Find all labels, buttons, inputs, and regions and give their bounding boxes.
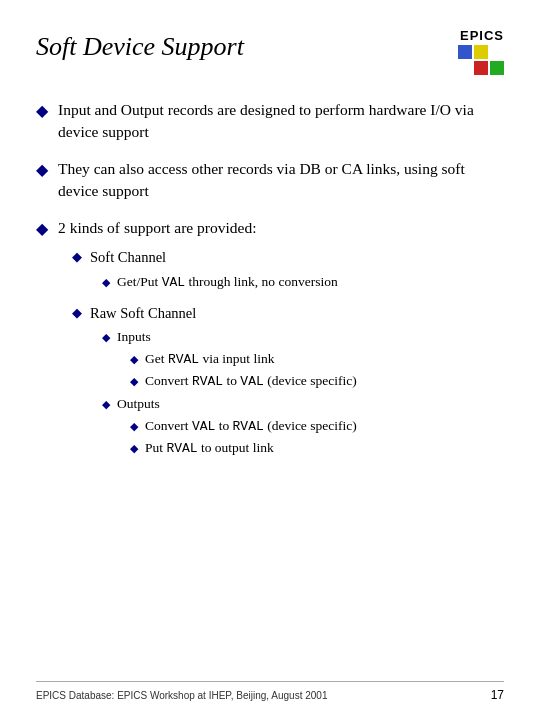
inputs-sub-bullet-2: ◆ Convert RVAL to VAL (device specific) — [130, 372, 504, 391]
sub-sub-diamond-outputs: ◆ — [102, 398, 110, 411]
header: Soft Device Support EPICS — [36, 28, 504, 75]
raw-soft-channel-bullet: ◆ Raw Soft Channel — [72, 303, 504, 323]
soft-channel-bullet: ◆ Soft Channel — [72, 247, 504, 267]
diamond-icon-1: ◆ — [36, 101, 48, 120]
slide: Soft Device Support EPICS ◆ Input and Ou… — [0, 0, 540, 720]
sub-diamond-icon-2: ◆ — [72, 305, 82, 321]
sub-diamond-icon-1: ◆ — [72, 249, 82, 265]
inputs-sub-items: ◆ Get RVAL via input link ◆ Convert RVAL… — [130, 350, 504, 391]
soft-channel-sub: ◆ Get/Put VAL through link, no conversio… — [102, 273, 504, 292]
rval-mono-3: RVAL — [233, 419, 264, 434]
epics-cell-red — [474, 61, 488, 75]
outputs-sub-items: ◆ Convert VAL to RVAL (device specific) … — [130, 417, 504, 458]
soft-channel-getput-text: Get/Put VAL through link, no conversion — [117, 273, 338, 292]
footer-page-number: 17 — [491, 688, 504, 702]
slide-title: Soft Device Support — [36, 28, 244, 62]
outputs-label: Outputs — [117, 395, 160, 414]
outputs-sub-bullet-1: ◆ Convert VAL to RVAL (device specific) — [130, 417, 504, 436]
sub-sub-diamond-inputs: ◆ — [102, 331, 110, 344]
main-content: ◆ Input and Output records are designed … — [36, 99, 504, 681]
rval-mono-2: RVAL — [192, 374, 223, 389]
epics-cell-empty1 — [490, 45, 504, 59]
bullet-text-3: 2 kinds of support are provided: — [58, 217, 256, 239]
epics-cell-empty2 — [458, 61, 472, 75]
epics-cell-blue1 — [458, 45, 472, 59]
main-bullet-3: ◆ 2 kinds of support are provided: — [36, 217, 504, 239]
diamond-icon-2: ◆ — [36, 160, 48, 179]
sub-sub-diamond-icon-1: ◆ — [102, 276, 110, 289]
rval-mono-4: RVAL — [166, 441, 197, 456]
diamond-icon-3: ◆ — [36, 219, 48, 238]
outputs-bullet: ◆ Outputs — [102, 395, 504, 414]
val-mono-1: VAL — [162, 275, 185, 290]
inputs-sub-bullet-1: ◆ Get RVAL via input link — [130, 350, 504, 369]
main-bullet-2: ◆ They can also access other records via… — [36, 158, 504, 203]
footer: EPICS Database: EPICS Workshop at IHEP, … — [36, 681, 504, 702]
raw-soft-channel-section: ◆ Raw Soft Channel ◆ Inputs ◆ Get RVAL v… — [72, 303, 504, 462]
val-mono-3: VAL — [192, 419, 215, 434]
bullet-text-1: Input and Output records are designed to… — [58, 99, 504, 144]
put-rval-text: Put RVAL to output link — [145, 439, 274, 458]
sub-sub-diamond-rval1: ◆ — [130, 353, 138, 366]
val-mono-2: VAL — [240, 374, 263, 389]
main-bullet-1: ◆ Input and Output records are designed … — [36, 99, 504, 144]
outputs-sub-bullet-2: ◆ Put RVAL to output link — [130, 439, 504, 458]
sub-sub-diamond-rval-out: ◆ — [130, 442, 138, 455]
epics-cell-yellow — [474, 45, 488, 59]
bullet-text-2: They can also access other records via D… — [58, 158, 504, 203]
soft-channel-label: Soft Channel — [90, 247, 166, 267]
epics-cell-green — [490, 61, 504, 75]
epics-logo: EPICS — [458, 28, 504, 75]
soft-channel-sub-bullet-1: ◆ Get/Put VAL through link, no conversio… — [102, 273, 504, 292]
rval-mono-1: RVAL — [168, 352, 199, 367]
raw-soft-channel-label: Raw Soft Channel — [90, 303, 196, 323]
sub-sub-diamond-val1: ◆ — [130, 420, 138, 433]
soft-channel-section: ◆ Soft Channel ◆ Get/Put VAL through lin… — [72, 247, 504, 294]
inputs-section: ◆ Inputs ◆ Get RVAL via input link ◆ Co — [102, 328, 504, 459]
get-rval-text: Get RVAL via input link — [145, 350, 274, 369]
epics-label: EPICS — [460, 28, 504, 43]
inputs-bullet: ◆ Inputs — [102, 328, 504, 347]
sub-sub-diamond-rval2: ◆ — [130, 375, 138, 388]
convert-rval-val-text: Convert RVAL to VAL (device specific) — [145, 372, 357, 391]
footer-left: EPICS Database: EPICS Workshop at IHEP, … — [36, 690, 327, 701]
epics-grid — [458, 45, 504, 75]
convert-val-rval-text: Convert VAL to RVAL (device specific) — [145, 417, 357, 436]
inputs-label: Inputs — [117, 328, 151, 347]
